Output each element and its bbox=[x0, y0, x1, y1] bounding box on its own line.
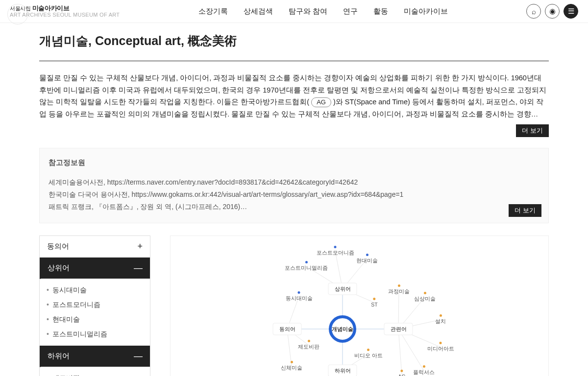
reference-line: 한국미술 다국어 용어사전, https://www.gokams.or.kr:… bbox=[49, 188, 539, 201]
references-more-button[interactable]: 더 보기 bbox=[509, 204, 541, 217]
list-item[interactable]: 포스트모더니즘 bbox=[40, 298, 150, 312]
main-nav: 소장기록 상세검색 탐구와 참여 연구 활동 미술아카이브 bbox=[198, 7, 448, 16]
graph-node[interactable]: 비디오 아트 bbox=[354, 349, 383, 359]
graph-node[interactable]: 미디어아트 bbox=[427, 342, 454, 352]
nav-item-explore[interactable]: 탐구와 참여 bbox=[289, 7, 327, 16]
section-broader[interactable]: 상위어 — bbox=[40, 258, 150, 279]
reference-line: 세계미술용어사전, https://terms.naver.com/entry.… bbox=[49, 176, 539, 188]
graph-node[interactable]: 포스트미니멀리즘 bbox=[285, 261, 328, 272]
list-item[interactable]: 동시대미술 bbox=[40, 283, 150, 298]
graph-node[interactable]: 현대미술 bbox=[356, 254, 378, 264]
section-title: 동의어 bbox=[47, 242, 69, 251]
narrower-list: 제도비판 신체미술 대지미술 환경미술 이벤트 해프닝 bbox=[40, 367, 150, 376]
graph-node[interactable]: 포스트모더니즘 bbox=[317, 246, 354, 257]
graph-center[interactable]: 개념미술 bbox=[329, 315, 356, 343]
list-item[interactable]: 포스트미니멀리즘 bbox=[40, 327, 150, 342]
nav-item-search[interactable]: 상세검색 bbox=[244, 7, 273, 16]
nav-item-activity[interactable]: 활동 bbox=[373, 7, 388, 16]
graph-node[interactable]: 동시대미술 bbox=[286, 291, 313, 302]
logo-block[interactable]: 서울시립 미술아카이브 ART ARCHIVES SEOUL MUSEUM OF… bbox=[10, 5, 120, 18]
logo-circle bbox=[7, 4, 28, 24]
svg-line-14 bbox=[398, 329, 402, 375]
reference-line: 패트릭 프랭크, 『아트폼스』, 장원 외 역, (시그마프레스, 2016)… bbox=[49, 201, 539, 213]
list-item[interactable]: 현대미술 bbox=[40, 312, 150, 327]
terms-sidebar: 동의어 + 상위어 — 동시대미술 포스트모더니즘 현대미술 포스트미니멀리즘 … bbox=[39, 235, 150, 376]
logo-text-strong: 미술아카이브 bbox=[32, 4, 70, 12]
graph-node[interactable]: 과정미술 bbox=[388, 284, 410, 295]
graph-hub-broader[interactable]: 상위어 bbox=[328, 283, 357, 295]
graph-node[interactable]: AG bbox=[398, 370, 405, 376]
minus-icon: — bbox=[134, 263, 143, 273]
more-button[interactable]: 더 보기 bbox=[516, 124, 549, 137]
nav-item-research[interactable]: 연구 bbox=[343, 7, 358, 16]
description-paragraph: 물질로 만질 수 있는 구체적 산물보다 개념, 아이디어, 과정과 비물질적 … bbox=[39, 72, 549, 120]
graph-node[interactable]: ST bbox=[371, 298, 377, 307]
user-icon[interactable]: ◉ bbox=[545, 4, 560, 19]
section-title: 상위어 bbox=[48, 263, 70, 273]
graph-hub-synonyms[interactable]: 동의어 bbox=[273, 323, 302, 335]
graph-hub-narrower[interactable]: 하위어 bbox=[328, 365, 357, 376]
section-narrower[interactable]: 하위어 — bbox=[40, 346, 150, 367]
nav-item-archive[interactable]: 미술아카이브 bbox=[404, 7, 448, 16]
page-title: 개념미술, Conceptual art, 概念美術 bbox=[39, 33, 549, 61]
section-title: 하위어 bbox=[48, 352, 70, 361]
concept-graph[interactable]: 개념미술 상위어 동의어 관련어 하위어 포스트모더니즘현대미술포스트미니멀리즘… bbox=[170, 235, 549, 376]
nav-item-collection[interactable]: 소장기록 bbox=[198, 7, 228, 16]
references-box: 참고정보원 세계미술용어사전, https://terms.naver.com/… bbox=[39, 148, 549, 224]
graph-node[interactable]: 플럭서스 bbox=[413, 365, 435, 376]
graph-node[interactable]: 심상미술 bbox=[414, 292, 436, 303]
references-heading: 참고정보원 bbox=[49, 158, 539, 167]
menu-icon[interactable]: ☰ bbox=[564, 4, 578, 19]
graph-node[interactable]: 제도비판 bbox=[298, 340, 319, 351]
plus-icon: + bbox=[137, 241, 143, 252]
minus-icon: — bbox=[134, 351, 143, 361]
broader-list: 동시대미술 포스트모더니즘 현대미술 포스트미니멀리즘 bbox=[40, 279, 150, 346]
graph-node[interactable]: 신체미술 bbox=[281, 361, 302, 372]
graph-node[interactable]: 설치 bbox=[435, 314, 446, 325]
list-item[interactable]: 제도비판 bbox=[40, 371, 150, 376]
section-synonyms[interactable]: 동의어 + bbox=[40, 236, 150, 258]
term-pill[interactable]: AG bbox=[311, 97, 331, 107]
graph-hub-related[interactable]: 관련어 bbox=[384, 323, 413, 335]
search-icon[interactable]: ⌕ bbox=[526, 4, 541, 19]
svg-line-13 bbox=[398, 329, 424, 371]
